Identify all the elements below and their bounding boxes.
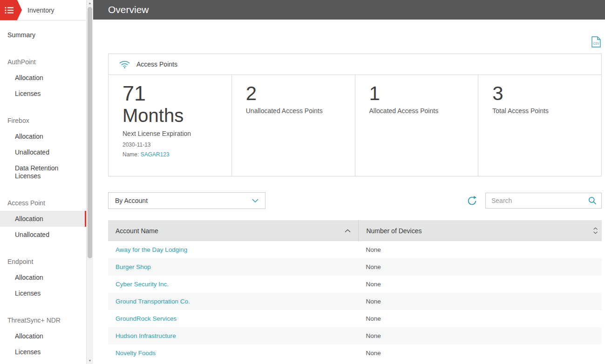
device-name-link[interactable]: SAGAR123 xyxy=(141,151,170,158)
sidebar-item-firebox-data-retention-licenses[interactable]: Data Retention Licenses xyxy=(0,160,86,184)
scrollbar-thumb[interactable] xyxy=(88,7,92,258)
expiration-date: 2030-11-13 xyxy=(122,142,223,148)
chevron-down-icon xyxy=(252,199,258,202)
sidebar-item-summary[interactable]: Summary xyxy=(0,27,86,43)
device-count-cell: None xyxy=(358,298,602,305)
stat-allocated-panel: 1 Allocated Access Points xyxy=(355,75,479,176)
access-points-summary-card: Access Points 71 Months Next License Exp… xyxy=(108,54,602,176)
sidebar-item-firebox-allocation[interactable]: Allocation xyxy=(0,128,86,144)
refresh-icon xyxy=(467,195,477,206)
sidebar-header: Inventory xyxy=(0,0,86,20)
table-body: Away for the Day Lodging None Burger Sho… xyxy=(108,241,602,362)
account-link[interactable]: Burger Shop xyxy=(116,263,151,270)
license-expiration-panel: 71 Months Next License Expiration 2030-1… xyxy=(109,75,232,176)
export-toolbar: CSV xyxy=(108,20,602,54)
search-input[interactable] xyxy=(491,197,588,204)
sidebar-title: Inventory xyxy=(27,7,54,14)
account-link[interactable]: Ground Transportation Co. xyxy=(116,298,190,305)
account-name-cell: Ground Transportation Co. xyxy=(108,298,358,305)
table-row: Hudson Infrastructure None xyxy=(108,327,602,344)
page-title: Overview xyxy=(108,4,149,15)
group-by-selected-value: By Account xyxy=(115,197,148,204)
account-link[interactable]: Hudson Infrastructure xyxy=(116,332,176,339)
account-link[interactable]: Novelty Foods xyxy=(116,350,156,357)
content-area: CSV Access Points 71 xyxy=(93,20,605,364)
sidebar-item-firebox-unallocated[interactable]: Unallocated xyxy=(0,144,86,160)
card-header: Access Points xyxy=(109,54,601,75)
sort-asc-icon xyxy=(345,229,351,233)
sidebar-item-authpoint-allocation[interactable]: Allocation xyxy=(0,70,86,86)
column-header-account-name-label: Account Name xyxy=(116,227,158,235)
csv-export-icon: CSV xyxy=(591,36,601,47)
stat-total-panel: 3 Total Access Points xyxy=(478,75,601,176)
account-name-cell: GroundRock Services xyxy=(108,315,358,322)
sort-both-icon xyxy=(593,227,598,234)
scroll-down-icon[interactable]: ▼ xyxy=(87,357,93,364)
sidebar: Inventory Summary AuthPoint Allocation L… xyxy=(0,0,93,364)
sidebar-item-access-point-unallocated[interactable]: Unallocated xyxy=(0,227,86,243)
column-header-number-of-devices-label: Number of Devices xyxy=(366,227,421,235)
account-name-cell: Hudson Infrastructure xyxy=(108,332,358,339)
sidebar-nav: Inventory Summary AuthPoint Allocation L… xyxy=(0,0,86,364)
menu-list-icon xyxy=(5,7,14,14)
accounts-table: Account Name Number of Devices xyxy=(108,220,602,362)
column-header-number-of-devices[interactable]: Number of Devices xyxy=(358,220,602,241)
sidebar-item-authpoint-licenses[interactable]: Licenses xyxy=(0,86,86,101)
sidebar-item-threatsync-allocation[interactable]: Allocation xyxy=(0,328,86,344)
table-row: Ground Transportation Co. None xyxy=(108,293,602,310)
table-row: Burger Shop None xyxy=(108,258,602,276)
stat-unallocated-label: Unallocated Access Points xyxy=(246,107,347,115)
column-header-account-name[interactable]: Account Name xyxy=(108,220,358,241)
sidebar-item-access-point-allocation[interactable]: Allocation xyxy=(0,211,86,227)
table-row: Novelty Foods None xyxy=(108,344,602,362)
account-name-cell: Burger Shop xyxy=(108,263,358,270)
account-link[interactable]: GroundRock Services xyxy=(116,315,177,322)
sidebar-section-firebox: Firebox xyxy=(0,113,86,128)
sidebar-item-threatsync-licenses[interactable]: Licenses xyxy=(0,344,86,360)
sidebar-item-endpoint-allocation[interactable]: Allocation xyxy=(0,270,86,285)
device-count-cell: None xyxy=(358,281,602,288)
page-header: Overview xyxy=(93,0,605,20)
sidebar-item-endpoint-licenses[interactable]: Licenses xyxy=(0,285,86,301)
sidebar-section-access-point: Access Point xyxy=(0,195,86,211)
svg-text:CSV: CSV xyxy=(593,42,599,45)
card-body: 71 Months Next License Expiration 2030-1… xyxy=(109,75,601,176)
card-title: Access Points xyxy=(136,61,177,68)
sidebar-scrollbar[interactable]: ▲ ▼ xyxy=(86,0,93,364)
search-box xyxy=(485,193,602,209)
device-count-cell: None xyxy=(358,315,602,322)
wifi-icon xyxy=(119,60,130,69)
csv-export-button[interactable]: CSV xyxy=(591,36,601,49)
sidebar-section-endpoint: Endpoint xyxy=(0,254,86,270)
table-row: Away for the Day Lodging None xyxy=(108,241,602,258)
account-name-cell: Away for the Day Lodging xyxy=(108,246,358,253)
account-link[interactable]: Away for the Day Lodging xyxy=(116,246,187,253)
main-area: Overview CSV xyxy=(93,0,605,364)
search-icon[interactable] xyxy=(588,196,597,205)
account-link[interactable]: Cyber Security Inc. xyxy=(116,281,169,288)
stat-unallocated-value: 2 xyxy=(246,82,347,105)
account-name-cell: Cyber Security Inc. xyxy=(108,281,358,288)
refresh-button[interactable] xyxy=(467,195,477,206)
filter-row: By Account xyxy=(108,192,602,209)
table-row: Cyber Security Inc. None xyxy=(108,276,602,293)
sidebar-section-authpoint: AuthPoint xyxy=(0,54,86,70)
scroll-up-icon[interactable]: ▲ xyxy=(87,0,93,7)
app-root: Inventory Summary AuthPoint Allocation L… xyxy=(0,0,605,364)
group-by-dropdown[interactable]: By Account xyxy=(108,192,265,209)
expiration-value: 71 xyxy=(122,82,223,105)
expiration-device-name: Name: SAGAR123 xyxy=(122,151,223,158)
stat-allocated-label: Allocated Access Points xyxy=(369,107,470,115)
device-count-cell: None xyxy=(358,332,602,339)
device-count-cell: None xyxy=(358,350,602,357)
stat-total-value: 3 xyxy=(492,82,593,105)
stat-allocated-value: 1 xyxy=(369,82,470,105)
menu-logo-button[interactable] xyxy=(0,0,22,20)
device-count-cell: None xyxy=(358,263,602,270)
expiration-unit: Months xyxy=(122,105,223,126)
sidebar-menu: Summary AuthPoint Allocation Licenses Fi… xyxy=(0,20,86,360)
device-name-label: Name: xyxy=(122,151,139,158)
expiration-label: Next License Expiration xyxy=(122,130,223,137)
account-name-cell: Novelty Foods xyxy=(108,350,358,357)
table-row: GroundRock Services None xyxy=(108,310,602,327)
